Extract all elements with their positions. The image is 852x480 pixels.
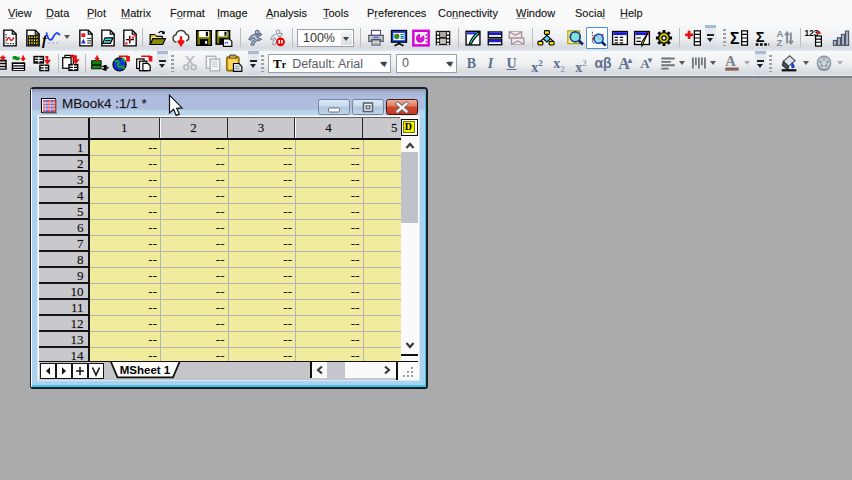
svg-text:Z: Z	[777, 37, 783, 48]
svg-text:Σ: Σ	[756, 29, 765, 45]
svg-text:MSheet 1: MSheet 1	[120, 364, 171, 376]
svg-text:Σ: Σ	[730, 30, 739, 47]
svg-text:f: f	[42, 32, 49, 48]
svg-text:A: A	[725, 53, 736, 69]
